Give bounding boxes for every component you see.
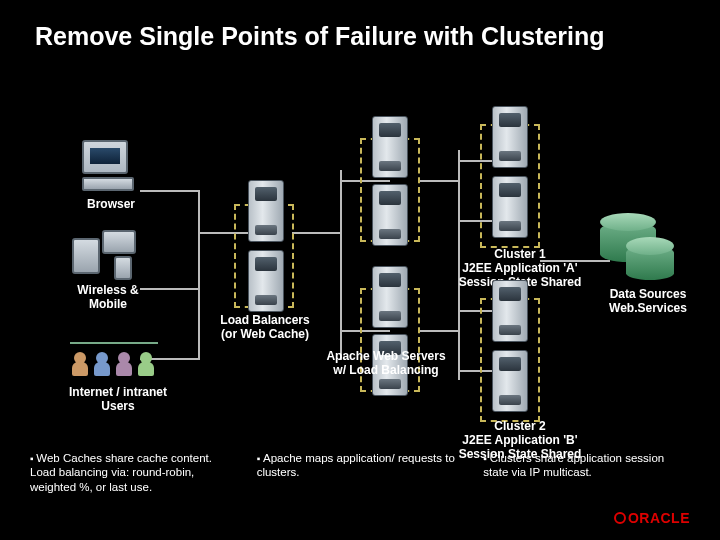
connector-line: [140, 190, 200, 192]
browser-label: Browser: [76, 198, 146, 212]
data-sources-icon: [600, 222, 690, 292]
connector-line: [198, 190, 200, 360]
server-icon: [372, 184, 408, 246]
server-icon: [372, 116, 408, 178]
server-icon: [492, 106, 528, 168]
browser-client-icon: [82, 140, 134, 191]
server-icon: [372, 266, 408, 328]
oracle-logo-text: ORACLE: [628, 510, 690, 526]
connector-line: [420, 180, 460, 182]
data-sources-label: Data Sources Web.Services: [588, 288, 708, 316]
load-balancers-label: Load Balancers (or Web Cache): [205, 314, 325, 342]
slide-title: Remove Single Points of Failure with Clu…: [35, 22, 605, 51]
internet-users-label: Internet / intranet Users: [58, 386, 178, 414]
server-icon: [248, 180, 284, 242]
server-icon: [492, 280, 528, 342]
bullet-3: ▪ Clusters share application session sta…: [483, 451, 690, 494]
server-icon: [492, 176, 528, 238]
bullet-2: ▪ Apache maps application/ requests to c…: [257, 451, 464, 494]
bullet-1: ▪ Web Caches share cache content. Load b…: [30, 451, 237, 494]
oracle-logo: ORACLE: [614, 510, 690, 526]
bullet-row: ▪ Web Caches share cache content. Load b…: [30, 451, 690, 494]
connector-line: [292, 232, 340, 234]
internet-users-icon: [66, 340, 162, 382]
server-icon: [248, 250, 284, 312]
wireless-mobile-icon: [72, 230, 144, 280]
connector-line: [420, 330, 460, 332]
apache-servers-label: Apache Web Servers w/ Load Balancing: [298, 350, 474, 378]
oracle-logo-icon: [614, 512, 626, 524]
wireless-mobile-label: Wireless & Mobile: [62, 284, 154, 312]
server-icon: [492, 350, 528, 412]
